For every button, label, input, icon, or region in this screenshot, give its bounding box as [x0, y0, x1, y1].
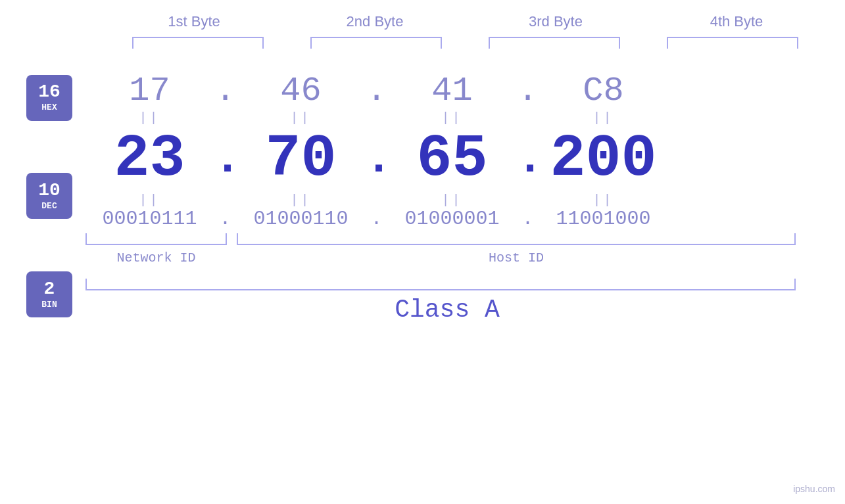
byte-headers: 1st Byte 2nd Byte 3rd Byte 4th Byte: [104, 13, 827, 30]
bracket-top-4: [667, 37, 798, 49]
hex-dot-1: .: [214, 72, 237, 110]
byte-header-3: 3rd Byte: [483, 13, 628, 30]
bin-badge: 2 BIN: [26, 271, 72, 317]
dec-row: 23 . 70 . 65 . 200: [85, 126, 809, 193]
bracket-top-1: [132, 37, 264, 49]
bin-val-2: 01000110: [237, 208, 365, 230]
content-layout: 16 HEX 10 DEC 2 BIN 17 . 46 . 41 . C8: [0, 62, 845, 324]
bin-val-4: 11001000: [539, 208, 667, 230]
class-bracket: [85, 279, 796, 290]
bracket-bottom-host: [237, 233, 796, 245]
bin-row: 00010111 . 01000110 . 01000001 . 1100100…: [85, 208, 809, 230]
hex-val-4: C8: [539, 72, 667, 110]
bin-val-3: 01000001: [388, 208, 516, 230]
hex-row: 17 . 46 . 41 . C8: [85, 72, 809, 110]
hex-dot-2: .: [365, 72, 388, 110]
bracket-top-3: [489, 37, 620, 49]
dec-val-2: 70: [237, 126, 365, 193]
dec-dot-3: .: [516, 133, 539, 185]
sep-2-2: ||: [237, 193, 365, 208]
byte-header-1: 1st Byte: [122, 13, 266, 30]
byte-header-2: 2nd Byte: [302, 13, 447, 30]
dec-val-3: 65: [388, 126, 516, 193]
dec-dot-1: .: [214, 133, 237, 185]
dec-val-4: 200: [539, 126, 667, 193]
dec-badge: 10 DEC: [26, 173, 72, 219]
hex-val-3: 41: [388, 72, 516, 110]
bin-val-1: 00010111: [85, 208, 214, 230]
byte-header-4: 4th Byte: [664, 13, 809, 30]
sep-1-2: ||: [237, 110, 365, 126]
badges-column: 16 HEX 10 DEC 2 BIN: [0, 62, 85, 324]
top-brackets: [109, 37, 822, 49]
bracket-top-2: [310, 37, 442, 49]
sep-1-1: ||: [85, 110, 214, 126]
sep-row-2: || || || ||: [85, 193, 809, 208]
bin-dot-2: .: [365, 208, 388, 230]
bin-dot-3: .: [516, 208, 539, 230]
watermark: ipshu.com: [793, 484, 835, 494]
host-id-label: Host ID: [237, 250, 796, 265]
sep-2-3: ||: [388, 193, 516, 208]
class-section: Class A: [85, 279, 809, 324]
class-label: Class A: [85, 296, 809, 324]
network-id-label: Network ID: [85, 250, 227, 265]
bin-dot-1: .: [214, 208, 237, 230]
hex-val-1: 17: [85, 72, 214, 110]
main-container: 1st Byte 2nd Byte 3rd Byte 4th Byte 16 H…: [0, 0, 845, 504]
sep-1-4: ||: [539, 110, 667, 126]
sep-2-1: ||: [85, 193, 214, 208]
dec-val-1: 23: [85, 126, 214, 193]
hex-val-2: 46: [237, 72, 365, 110]
id-labels-row: Network ID Host ID: [85, 250, 809, 265]
sep-row-1: || || || ||: [85, 110, 809, 126]
hex-badge: 16 HEX: [26, 75, 72, 121]
sep-2-4: ||: [539, 193, 667, 208]
hex-dot-3: .: [516, 72, 539, 110]
sep-1-3: ||: [388, 110, 516, 126]
bottom-brackets-row: [85, 233, 809, 245]
bracket-bottom-network: [85, 233, 227, 245]
dec-dot-2: .: [365, 133, 388, 185]
values-wrapper: 17 . 46 . 41 . C8 || || || || 23: [85, 62, 809, 324]
